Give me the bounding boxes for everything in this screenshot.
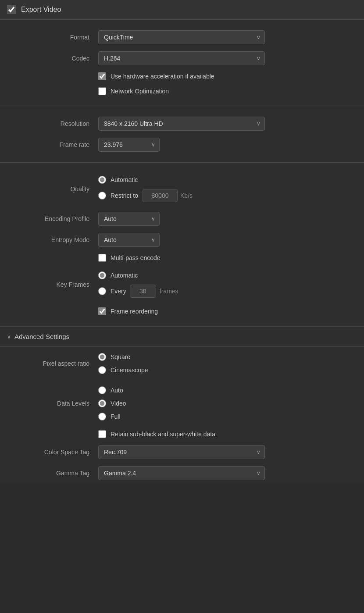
gamma-tag-select[interactable]: Gamma 2.4 Gamma 2.2 Gamma 1.8 Linear <box>98 466 265 480</box>
pixel-aspect-row: Pixel aspect ratio Square Cinemascope <box>0 347 364 380</box>
gamma-tag-control: Gamma 2.4 Gamma 2.2 Gamma 1.8 Linear <box>98 466 353 480</box>
hw-accel-checkbox[interactable] <box>98 72 106 80</box>
gamma-tag-select-wrapper: Gamma 2.4 Gamma 2.2 Gamma 1.8 Linear <box>98 466 265 480</box>
data-full-label: Full <box>111 413 121 420</box>
keyframes-every-input[interactable] <box>130 285 156 298</box>
frame-reordering-row: Frame reordering <box>0 304 364 319</box>
header-row: Export Video <box>0 0 364 20</box>
keyframes-control: Automatic Every frames <box>98 269 353 300</box>
pixel-aspect-radio-group: Square Cinemascope <box>98 350 148 377</box>
advanced-settings-title: Advanced Settings <box>14 333 69 340</box>
color-space-tag-select[interactable]: Rec.709 Rec.2020 P3-D65 sRGB <box>98 445 265 459</box>
pixel-cinemascope-radio[interactable] <box>98 366 106 374</box>
color-space-tag-control: Rec.709 Rec.2020 P3-D65 sRGB <box>98 445 353 459</box>
codec-label: Codec <box>11 55 98 62</box>
color-space-tag-row: Color Space Tag Rec.709 Rec.2020 P3-D65 … <box>0 442 364 463</box>
color-space-tag-label: Color Space Tag <box>11 449 98 456</box>
gamma-tag-label: Gamma Tag <box>11 470 98 477</box>
network-opt-label: Network Optimization <box>111 88 169 95</box>
keyframes-automatic-row: Automatic <box>98 269 178 282</box>
encoding-profile-select[interactable]: Auto Baseline Main High <box>98 212 160 226</box>
codec-control: H.264 H.265 ProRes DNxHD <box>98 51 353 65</box>
quality-restrict-row: Restrict to Kb/s <box>98 186 193 205</box>
data-auto-row: Auto <box>98 384 126 397</box>
format-select-wrapper: QuickTime MP4 MXF AVI <box>98 30 265 44</box>
framerate-label: Frame rate <box>11 141 98 148</box>
export-video-panel: Export Video Format QuickTime MP4 MXF AV… <box>0 0 364 484</box>
multipass-checkbox[interactable] <box>98 254 106 262</box>
data-full-row: Full <box>98 410 126 423</box>
hw-accel-row: Use hardware acceleration if available <box>0 69 364 84</box>
retain-checkbox[interactable] <box>98 430 106 438</box>
gamma-tag-row: Gamma Tag Gamma 2.4 Gamma 2.2 Gamma 1.8 … <box>0 463 364 484</box>
pixel-aspect-label: Pixel aspect ratio <box>11 360 98 367</box>
resolution-control: 3840 x 2160 Ultra HD 1920 x 1080 HD 1280… <box>98 117 353 131</box>
frame-reordering-label: Frame reordering <box>111 308 158 315</box>
keyframes-frames-label: frames <box>160 288 178 295</box>
quality-row: Quality Automatic Restrict to Kb/s <box>0 170 364 208</box>
entropy-mode-control: Auto CABAC CAVLC <box>98 233 353 247</box>
quality-restrict-radio[interactable] <box>98 192 106 200</box>
advanced-chevron-icon: ∨ <box>7 334 11 340</box>
pixel-cinemascope-row: Cinemascope <box>98 364 148 377</box>
keyframes-every-row: Every frames <box>98 282 178 300</box>
format-label: Format <box>11 34 98 41</box>
quality-automatic-radio[interactable] <box>98 176 106 184</box>
keyframes-every-label: Every <box>111 288 126 295</box>
data-video-radio[interactable] <box>98 399 106 407</box>
framerate-select[interactable]: 23.976 24 25 29.97 30 50 59.94 60 <box>98 138 160 152</box>
framerate-row: Frame rate 23.976 24 25 29.97 30 50 59.9… <box>0 134 364 155</box>
keyframes-automatic-label: Automatic <box>111 272 138 279</box>
multipass-label: Multi-pass encode <box>111 254 161 261</box>
format-row: Format QuickTime MP4 MXF AVI <box>0 27 364 48</box>
quality-automatic-label: Automatic <box>111 176 138 183</box>
resolution-label: Resolution <box>11 120 98 127</box>
retain-row: Retain sub-black and super-white data <box>0 427 364 442</box>
encoding-profile-select-wrapper: Auto Baseline Main High <box>98 212 160 226</box>
format-select[interactable]: QuickTime MP4 MXF AVI <box>98 30 265 44</box>
resolution-section: Resolution 3840 x 2160 Ultra HD 1920 x 1… <box>0 106 364 163</box>
resolution-row: Resolution 3840 x 2160 Ultra HD 1920 x 1… <box>0 113 364 134</box>
encoding-profile-label: Encoding Profile <box>11 215 98 222</box>
format-section: Format QuickTime MP4 MXF AVI Codec H.264 <box>0 20 364 106</box>
entropy-mode-select-wrapper: Auto CABAC CAVLC <box>98 233 160 247</box>
quality-radio-group: Automatic Restrict to Kb/s <box>98 173 193 205</box>
quality-label: Quality <box>11 185 98 192</box>
resolution-select-wrapper: 3840 x 2160 Ultra HD 1920 x 1080 HD 1280… <box>98 117 265 131</box>
framerate-select-wrapper: 23.976 24 25 29.97 30 50 59.94 60 <box>98 138 160 152</box>
advanced-settings-header[interactable]: ∨ Advanced Settings <box>0 326 364 347</box>
codec-select[interactable]: H.264 H.265 ProRes DNxHD <box>98 51 265 65</box>
keyframes-every-radio[interactable] <box>98 287 106 295</box>
codec-select-wrapper: H.264 H.265 ProRes DNxHD <box>98 51 265 65</box>
codec-row: Codec H.264 H.265 ProRes DNxHD <box>0 48 364 69</box>
pixel-square-label: Square <box>111 353 130 360</box>
quality-restrict-input[interactable] <box>143 189 178 202</box>
entropy-mode-label: Entropy Mode <box>11 236 98 243</box>
pixel-cinemascope-label: Cinemascope <box>111 367 148 374</box>
data-levels-control: Auto Video Full <box>98 384 353 423</box>
export-video-checkbox[interactable] <box>7 5 16 14</box>
network-opt-checkbox[interactable] <box>98 87 106 95</box>
keyframes-label: Key Frames <box>11 281 98 288</box>
pixel-square-radio[interactable] <box>98 353 106 361</box>
data-video-label: Video <box>111 400 126 407</box>
multipass-row: Multi-pass encode <box>0 250 364 265</box>
advanced-settings-section: ∨ Advanced Settings Pixel aspect ratio S… <box>0 326 364 484</box>
data-full-radio[interactable] <box>98 413 106 421</box>
encoding-profile-control: Auto Baseline Main High <box>98 212 353 226</box>
format-control: QuickTime MP4 MXF AVI <box>98 30 353 44</box>
encoding-profile-row: Encoding Profile Auto Baseline Main High <box>0 208 364 229</box>
data-levels-radio-group: Auto Video Full <box>98 384 126 423</box>
resolution-select[interactable]: 3840 x 2160 Ultra HD 1920 x 1080 HD 1280… <box>98 117 265 131</box>
entropy-mode-select[interactable]: Auto CABAC CAVLC <box>98 233 160 247</box>
entropy-mode-row: Entropy Mode Auto CABAC CAVLC <box>0 229 364 250</box>
keyframes-row: Key Frames Automatic Every frames <box>0 265 364 304</box>
retain-label: Retain sub-black and super-white data <box>111 431 215 438</box>
network-opt-row: Network Optimization <box>0 84 364 99</box>
quality-restrict-unit: Kb/s <box>180 192 193 199</box>
page-title: Export Video <box>21 6 61 14</box>
data-auto-radio[interactable] <box>98 386 106 394</box>
keyframes-automatic-radio[interactable] <box>98 271 106 279</box>
hw-accel-label: Use hardware acceleration if available <box>111 73 214 80</box>
frame-reordering-checkbox[interactable] <box>98 307 106 315</box>
